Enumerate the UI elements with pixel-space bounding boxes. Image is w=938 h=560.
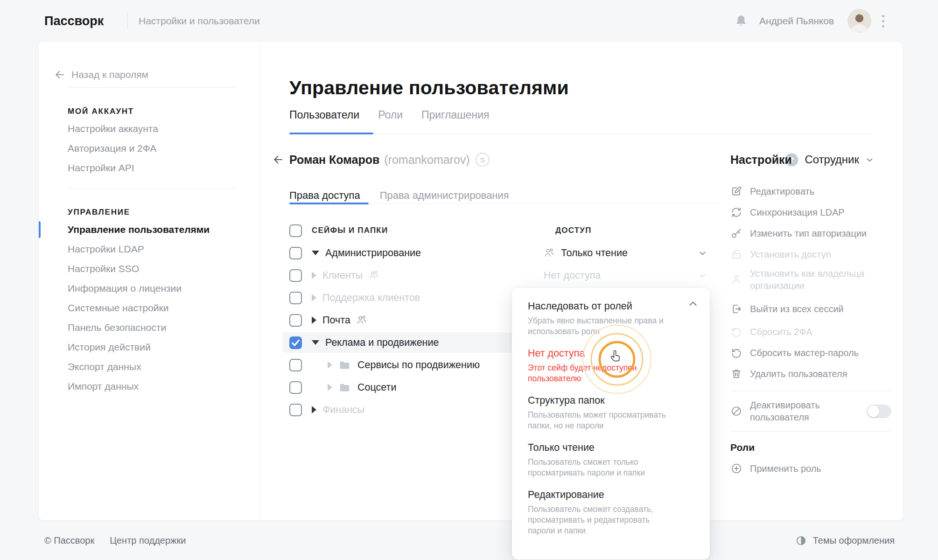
expand-icon[interactable] xyxy=(312,272,316,279)
sidebar-item-security-panel[interactable]: Панель безопасности xyxy=(68,318,241,337)
checkbox[interactable] xyxy=(289,292,302,304)
row-label: Соцсети xyxy=(357,382,396,393)
users-icon xyxy=(544,247,555,259)
sidebar-item-account-settings[interactable]: Настройки аккаунта xyxy=(68,119,241,139)
key-icon xyxy=(730,227,742,239)
option-title: Редактирование xyxy=(528,489,694,501)
support-center-link[interactable]: Центр поддержки xyxy=(110,535,186,546)
collapse-icon[interactable] xyxy=(312,340,319,345)
tab-roles[interactable]: Роли xyxy=(378,109,403,121)
app-logo[interactable]: Пассворк xyxy=(44,0,104,42)
option-description: Этот сейф будет недоступен пользователю xyxy=(528,363,672,384)
check-icon xyxy=(289,336,302,349)
access-select[interactable]: Нет доступа xyxy=(544,270,707,281)
table-header: СЕЙФЫ И ПАПКИ ДОСТУП xyxy=(289,219,723,242)
access-dropdown: Наследовать от ролей Убрать явно выставл… xyxy=(512,288,710,560)
table-row[interactable]: Клиенты Нет доступа xyxy=(289,264,723,287)
tab-invitations[interactable]: Приглашения xyxy=(421,109,490,121)
sidebar-item-license-info[interactable]: Информация о лицензии xyxy=(68,279,241,298)
option-folder-structure[interactable]: Структура папок Пользователь может просм… xyxy=(528,395,694,431)
option-inherit-roles[interactable]: Наследовать от ролей Убрать явно выставл… xyxy=(528,301,694,337)
checkbox[interactable] xyxy=(289,381,302,394)
user-full-name: Роман Комаров xyxy=(289,153,379,167)
breadcrumb: Настройки и пользователи xyxy=(139,0,260,42)
action-edit-user[interactable]: Редактировать xyxy=(730,181,891,202)
settings-title: Настройки xyxy=(730,153,792,167)
option-description: Убрать явно выставленные права и использ… xyxy=(528,315,672,337)
checkbox[interactable] xyxy=(289,359,302,371)
sidebar-item-export-data[interactable]: Экспорт данных xyxy=(68,357,241,377)
action-ldap-sync[interactable]: Синхронизация LDAP xyxy=(730,202,891,223)
deactivate-toggle[interactable] xyxy=(867,405,891,418)
checkbox[interactable] xyxy=(289,314,302,327)
chevron-down-icon xyxy=(698,271,707,280)
action-delete-user[interactable]: Удалить пользователя xyxy=(730,363,891,384)
settings-divider xyxy=(730,431,891,432)
sidebar-item-import-data[interactable]: Импорт данных xyxy=(68,377,241,396)
checkbox[interactable] xyxy=(289,269,302,282)
notifications-bell-icon[interactable] xyxy=(734,14,748,28)
users-icon xyxy=(356,315,367,326)
access-select[interactable]: Только чтение xyxy=(544,247,707,259)
avatar[interactable] xyxy=(847,9,871,33)
checkbox[interactable] xyxy=(289,404,302,416)
row-label: Реклама и продвижение xyxy=(325,337,439,349)
sidebar-divider xyxy=(68,188,236,189)
expand-icon[interactable] xyxy=(312,406,316,413)
sidebar-item-api-settings[interactable]: Настройки API xyxy=(68,158,241,178)
sidebar-item-sso-settings[interactable]: Настройки SSO xyxy=(68,259,241,279)
option-no-access[interactable]: Нет доступа Этот сейф будет недоступен п… xyxy=(528,348,694,384)
folder-icon xyxy=(338,359,351,371)
action-label: Синхронизация LDAP xyxy=(750,206,845,218)
users-icon xyxy=(368,270,379,281)
option-edit[interactable]: Редактирование Пользователь сможет созда… xyxy=(528,489,694,536)
action-label: Изменить тип авторизации xyxy=(750,227,867,239)
column-safes-header: СЕЙФЫ И ПАПКИ xyxy=(312,226,388,235)
chevron-up-icon[interactable] xyxy=(687,298,699,309)
row-label: Почта xyxy=(322,315,350,326)
sidebar-item-auth-2fa[interactable]: Авторизация и 2ФА xyxy=(68,139,241,158)
footer: © Пассворк Центр поддержки Темы оформлен… xyxy=(44,535,895,546)
select-all-checkbox[interactable] xyxy=(289,224,302,237)
action-reset-master-password[interactable]: Сбросить мастер-пароль xyxy=(730,342,891,363)
back-to-passwords-link[interactable]: Назад к паролям xyxy=(54,66,241,83)
expand-icon[interactable] xyxy=(328,384,332,391)
expand-icon[interactable] xyxy=(328,361,332,369)
back-to-users-icon[interactable] xyxy=(272,154,284,166)
back-label: Назад к паролям xyxy=(71,69,148,80)
sidebar-item-user-management[interactable]: Управление пользователями xyxy=(68,220,241,239)
tab-access-rights[interactable]: Права доступа xyxy=(289,189,360,202)
current-user-name[interactable]: Андрей Пьянков xyxy=(759,0,834,42)
action-logout-all-sessions[interactable]: Выйти из всех сессий xyxy=(730,298,891,319)
action-label: Удалить пользователя xyxy=(750,368,847,380)
edit-icon xyxy=(730,185,742,197)
reset-icon xyxy=(730,326,742,338)
column-access-header: ДОСТУП xyxy=(555,226,592,235)
user-role-select[interactable]: Сотрудник xyxy=(785,153,874,167)
tab-users[interactable]: Пользователи xyxy=(289,109,359,121)
checkbox-checked[interactable] xyxy=(289,336,302,349)
option-read-only[interactable]: Только чтение Пользователь сможет только… xyxy=(528,442,694,478)
checkbox[interactable] xyxy=(289,247,302,259)
sync-icon xyxy=(730,206,742,218)
expand-icon[interactable] xyxy=(312,316,316,324)
header-menu-icon[interactable] xyxy=(882,15,884,28)
themes-switcher[interactable]: Темы оформления xyxy=(795,535,895,546)
action-set-access: Установить доступ xyxy=(730,244,891,265)
trash-icon xyxy=(730,368,742,380)
sidebar-item-system-settings[interactable]: Системные настройки xyxy=(68,298,241,318)
deactivate-label: Деактивировать пользователя xyxy=(750,399,829,423)
access-value: Только чтение xyxy=(561,247,628,259)
sidebar-item-activity-history[interactable]: История действий xyxy=(68,337,241,357)
table-row[interactable]: Администрирование Только чтение xyxy=(289,242,723,264)
collapse-icon[interactable] xyxy=(312,251,319,255)
action-apply-role[interactable]: Применить роль xyxy=(730,458,891,479)
nav-content-divider xyxy=(260,42,260,520)
action-label: Редактировать xyxy=(750,185,814,197)
action-change-auth-type[interactable]: Изменить тип авторизации xyxy=(730,223,891,244)
avatar-image xyxy=(847,9,871,33)
sidebar-item-ldap-settings[interactable]: Настройки LDAP xyxy=(68,239,241,259)
settings-actions: Редактировать Синхронизация LDAP Изменит… xyxy=(730,181,891,479)
expand-icon[interactable] xyxy=(312,294,316,301)
tab-admin-rights[interactable]: Права администрирования xyxy=(380,189,509,202)
